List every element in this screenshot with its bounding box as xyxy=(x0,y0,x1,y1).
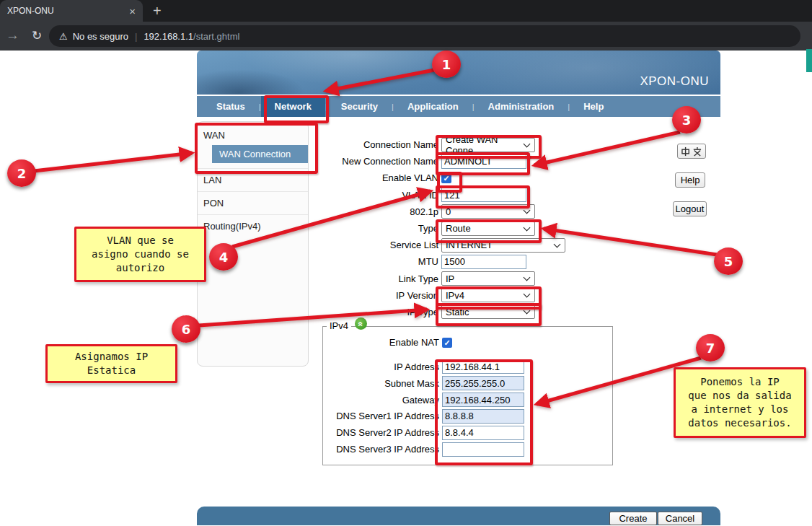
nav-tab-administration[interactable]: Administration xyxy=(475,96,568,117)
chinese-language-label xyxy=(681,146,702,157)
row-dns-server1-ip-address: DNS Server1 IP Address xyxy=(323,408,612,425)
collapse-icon[interactable]: « xyxy=(355,317,367,330)
service-list-select[interactable]: INTERNET xyxy=(441,238,565,253)
ip-type-value: Static xyxy=(446,307,469,317)
type-value: Route xyxy=(446,223,471,234)
row-mtu: MTU xyxy=(310,253,627,270)
wan-connection-form: Connection NameCreate WAN ConneNew Conne… xyxy=(310,136,627,320)
gateway-input[interactable] xyxy=(442,393,524,407)
note-wan-ip-line: a internet y los xyxy=(692,403,789,416)
row-new-connection-name: New Connection Name xyxy=(310,153,627,170)
cancel-button[interactable]: Cancel xyxy=(658,512,702,525)
dns-server3-ip-address-input[interactable] xyxy=(442,442,524,457)
ipv4-fieldset: IPv4 « Enable NAT ✓ IP AddressSubnet Mas… xyxy=(322,326,613,465)
address-bar[interactable]: ⚠ No es seguro | 192.168.1.1 /start.ghtm… xyxy=(49,25,800,47)
ip-version-select[interactable]: IPv4 xyxy=(441,288,535,302)
chevron-down-icon xyxy=(524,140,531,147)
gateway-label: Gateway xyxy=(323,395,442,406)
sidebar-spacer xyxy=(198,163,308,168)
sidebar-item-wan-connection[interactable]: WAN Connection xyxy=(212,145,308,163)
row-802-1p: 802.1p0 xyxy=(310,203,627,220)
ipv4-legend: IPv4 xyxy=(327,320,351,331)
dns-server1-ip-address-label: DNS Server1 IP Address xyxy=(323,411,442,421)
sidebar-item-lan[interactable]: LAN xyxy=(198,168,308,191)
chinese-button[interactable] xyxy=(677,144,706,159)
step-marker-5: 5 xyxy=(714,247,743,275)
service-list-label: Service List xyxy=(310,240,441,250)
mtu-input[interactable] xyxy=(441,255,526,269)
subnet-mask-label: Subnet Mask xyxy=(323,378,442,389)
connection-name-label: Connection Name xyxy=(310,139,441,150)
link-type-select[interactable]: IP xyxy=(441,271,535,286)
toolbar-edge-accent xyxy=(806,49,812,72)
arrow-2 xyxy=(34,153,192,171)
row-gateway: Gateway xyxy=(323,392,612,408)
note-vlan-line: asigno cuando se xyxy=(92,247,189,261)
type-select[interactable]: Route xyxy=(441,222,535,236)
enable-vlan-checkbox[interactable]: ✓ xyxy=(441,173,451,183)
url-host: 192.168.1.1 xyxy=(144,31,193,42)
note-wan-ip-line: Ponemos la IP xyxy=(700,375,780,389)
dns-server2-ip-address-label: DNS Server2 IP Address xyxy=(323,427,442,438)
browser-tab[interactable]: XPON-ONU × xyxy=(0,0,143,22)
browser-tab-bar: XPON-ONU × + xyxy=(0,0,812,22)
connection-name-value: Create WAN Conne xyxy=(446,134,524,156)
row-dns-server2-ip-address: DNS Server2 IP Address xyxy=(323,424,612,441)
type-label: Type xyxy=(310,223,441,234)
forward-icon[interactable]: → xyxy=(6,27,19,43)
nav-tab-help[interactable]: Help xyxy=(570,96,617,117)
note-static-ip-line: Estatica xyxy=(87,364,136,377)
note-static-ip-line: Asignamos IP xyxy=(75,350,148,364)
ip-address-input[interactable] xyxy=(442,359,524,374)
sidebar: WANWAN ConnectionLANPONRouting(IPv4) xyxy=(197,121,309,367)
row-link-type: Link TypeIP xyxy=(310,271,627,287)
new-connection-name-input[interactable] xyxy=(441,154,526,169)
step-marker-2: 2 xyxy=(7,159,36,187)
note-wan-ip-line: datos necesarios. xyxy=(688,416,791,430)
logout-button[interactable]: Logout xyxy=(673,201,707,216)
create-button[interactable]: Create xyxy=(609,512,657,525)
dns-server2-ip-address-input[interactable] xyxy=(442,426,524,440)
chevron-down-icon xyxy=(524,207,531,214)
row-connection-name: Connection NameCreate WAN Conne xyxy=(310,136,627,153)
reload-icon[interactable]: ↻ xyxy=(32,28,42,43)
sidebar-group-wan[interactable]: WAN xyxy=(198,122,308,145)
ip-type-select[interactable]: Static xyxy=(441,304,535,319)
sidebar-item-routing-ipv4[interactable]: Routing(IPv4) xyxy=(198,214,308,237)
ip-type-label: IP Type xyxy=(310,307,441,317)
vlan-id-label: VLAN ID xyxy=(310,190,441,201)
ip-version-value: IPv4 xyxy=(446,290,464,301)
connection-name-select[interactable]: Create WAN Conne xyxy=(441,138,535,152)
note-static-ip: Asignamos IPEstatica xyxy=(45,344,177,383)
nav-tab-application[interactable]: Application xyxy=(394,96,472,117)
security-warning-icon[interactable]: ⚠ xyxy=(59,31,68,42)
chevron-down-icon xyxy=(524,224,531,231)
screenshot-stage: XPON-ONU × + → ↻ ⚠ No es seguro | 192.16… xyxy=(0,0,812,526)
vlan-id-input[interactable] xyxy=(441,188,526,202)
new-tab-icon[interactable]: + xyxy=(153,2,162,19)
dns-server1-ip-address-input[interactable] xyxy=(442,409,524,424)
row-vlan-id: VLAN ID xyxy=(310,187,627,203)
row-enable-vlan: Enable VLAN✓ xyxy=(310,170,627,186)
802-1p-label: 802.1p xyxy=(310,206,441,217)
nav-tab-security[interactable]: Security xyxy=(327,96,392,117)
enable-vlan-label: Enable VLAN xyxy=(310,172,441,183)
note-vlan-line: autorizo xyxy=(116,261,164,275)
enable-nat-checkbox[interactable]: ✓ xyxy=(442,338,452,348)
nav-tab-status[interactable]: Status xyxy=(203,96,259,117)
tab-close-icon[interactable]: × xyxy=(129,6,136,17)
collapse-glyph: « xyxy=(358,321,365,326)
802-1p-select[interactable]: 0 xyxy=(441,204,535,219)
service-list-value: INTERNET xyxy=(446,240,493,250)
note-vlan: VLAN que seasigno cuando seautorizo xyxy=(74,227,206,282)
chevron-down-icon xyxy=(524,307,531,315)
enable-nat-label: Enable NAT xyxy=(323,337,442,348)
browser-toolbar: → ↻ ⚠ No es seguro | 192.168.1.1 /start.… xyxy=(0,22,812,51)
nav-tab-network[interactable]: Network xyxy=(261,96,325,117)
sidebar-item-pon[interactable]: PON xyxy=(198,191,308,214)
subnet-mask-input[interactable] xyxy=(442,376,524,390)
help-button[interactable]: Help xyxy=(675,172,705,188)
ip-version-label: IP Version xyxy=(310,290,441,301)
row-type: TypeRoute xyxy=(310,220,627,237)
app-banner: XPON-ONU xyxy=(197,51,720,96)
